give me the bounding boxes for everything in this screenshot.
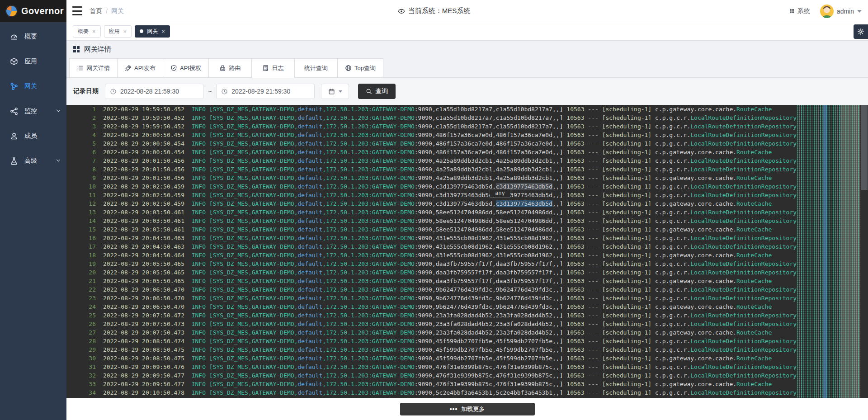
rocket-icon xyxy=(125,65,132,71)
log-line: 202022-08-29 20:05:50.465 INFO [SYS_DZ_M… xyxy=(66,268,868,277)
eye-icon xyxy=(398,8,405,15)
sidebar-item-member[interactable]: 成员 xyxy=(0,123,66,148)
avatar xyxy=(820,5,834,18)
calendar-icon xyxy=(328,88,335,95)
tab-auth[interactable]: API授权 xyxy=(163,58,209,78)
advanced-icon xyxy=(10,157,18,165)
close-icon[interactable]: × xyxy=(123,28,127,34)
gear-icon xyxy=(857,28,864,35)
scrollbar-thumb[interactable] xyxy=(861,105,868,190)
log-line: 182022-08-29 20:04:50.464 INFO [SYS_DZ_M… xyxy=(66,251,868,260)
caret-down-icon xyxy=(339,90,342,93)
monitor-icon xyxy=(10,107,18,115)
settings-gear-button[interactable] xyxy=(854,24,868,39)
start-date-input[interactable] xyxy=(105,84,203,99)
detail-tabs: 网关详情 API发布 API授权 路由 日志 统计查询 Top查询 xyxy=(66,58,868,78)
search-button[interactable]: 查询 xyxy=(358,84,396,99)
log-line: 332022-08-29 20:09:50.477 INFO [SYS_DZ_M… xyxy=(66,380,868,388)
breadcrumb-separator: / xyxy=(106,8,108,15)
log-line: 102022-08-29 20:02:50.459 INFO [SYS_DZ_M… xyxy=(66,182,868,191)
tab-log[interactable]: 日志 xyxy=(252,58,295,78)
sidebar-item-gateway[interactable]: 网关 xyxy=(0,74,66,99)
section-title-row: 网关详情 xyxy=(66,41,868,58)
dashboard-icon xyxy=(10,33,18,41)
log-line: 272022-08-29 20:07:50.473 INFO [SYS_DZ_M… xyxy=(66,328,868,337)
globe-icon xyxy=(345,65,352,71)
user-name: admin xyxy=(837,8,854,15)
log-line: 72022-08-29 20:01:50.456 INFO [SYS_DZ_ME… xyxy=(66,156,868,165)
open-tab-chip-overview[interactable]: 概要 × xyxy=(73,25,101,38)
log-line: 342022-08-29 20:10:50.478 INFO [SYS_DZ_M… xyxy=(66,388,868,397)
log-line: 222022-08-29 20:06:50.470 INFO [SYS_DZ_M… xyxy=(66,285,868,294)
member-icon xyxy=(10,132,18,140)
tab-detail[interactable]: 网关详情 xyxy=(69,58,118,78)
log-line: 162022-08-29 20:04:50.463 INFO [SYS_DZ_M… xyxy=(66,234,868,242)
search-icon xyxy=(366,88,372,94)
app-icon xyxy=(10,57,18,66)
log-icon xyxy=(262,65,269,71)
user-menu-button[interactable]: admin xyxy=(820,5,862,18)
log-line: 152022-08-29 20:03:50.461 INFO [SYS_DZ_M… xyxy=(66,225,868,234)
system-menu-button[interactable]: 系统 xyxy=(789,7,810,15)
close-icon[interactable]: × xyxy=(161,28,165,34)
breadcrumb-current: 网关 xyxy=(111,7,124,15)
clock-icon xyxy=(221,88,228,95)
sidebar-item-monitor[interactable]: 监控 xyxy=(0,99,66,123)
open-tab-chip-gateway[interactable]: 网关 × xyxy=(135,25,170,38)
start-date-value[interactable] xyxy=(120,88,198,95)
log-line: 322022-08-29 20:09:50.477 INFO [SYS_DZ_M… xyxy=(66,371,868,380)
log-line: 92022-08-29 20:01:50.456 INFO [SYS_DZ_ME… xyxy=(66,174,868,182)
log-line: 282022-08-29 20:08:50.474 INFO [SYS_DZ_M… xyxy=(66,337,868,345)
editor-tooltip: any xyxy=(490,189,510,198)
vertical-scrollbar[interactable] xyxy=(860,105,868,398)
tab-route[interactable]: 路由 xyxy=(209,58,252,78)
app-root: Governor 首页 / 网关 当前系统：MES系统 系统 admin xyxy=(0,0,868,420)
sidebar-item-advanced[interactable]: 高级 xyxy=(0,148,66,173)
log-line: 32022-08-29 19:59:50.452 INFO [SYS_DZ_ME… xyxy=(66,122,868,131)
logo-text: Governor xyxy=(21,6,64,16)
log-viewer: 12022-08-29 19:59:50.452 INFO [SYS_DZ_ME… xyxy=(66,105,868,398)
log-lines[interactable]: 12022-08-29 19:59:50.452 INFO [SYS_DZ_ME… xyxy=(66,105,868,398)
route-icon xyxy=(219,65,226,71)
active-dot xyxy=(140,29,143,33)
load-more-button[interactable]: ••• 加载更多 xyxy=(400,403,535,415)
date-preset-dropdown[interactable] xyxy=(321,84,349,99)
header-right: 系统 admin xyxy=(789,0,862,22)
main-area: 概要 × 应用 × 网关 × 网关详情 网关详情 API发布 API授权 路由 xyxy=(66,22,868,420)
date-range-label: 记录日期 xyxy=(73,87,99,95)
tab-stats[interactable]: 统计查询 xyxy=(295,58,338,78)
chevron-down-icon xyxy=(56,158,61,163)
page-title: 网关详情 xyxy=(84,45,111,54)
logo: Governor xyxy=(0,0,66,22)
sidebar-item-overview[interactable]: 概要 xyxy=(0,24,66,49)
log-line: 312022-08-29 20:09:50.476 INFO [SYS_DZ_M… xyxy=(66,363,868,371)
end-date-value[interactable] xyxy=(231,88,310,95)
tab-top[interactable]: Top查询 xyxy=(338,58,383,78)
log-line: 242022-08-29 20:06:50.470 INFO [SYS_DZ_M… xyxy=(66,302,868,311)
end-date-input[interactable] xyxy=(216,84,315,99)
close-icon[interactable]: × xyxy=(92,28,96,34)
top-header: Governor 首页 / 网关 当前系统：MES系统 系统 admin xyxy=(0,0,868,22)
breadcrumb-home[interactable]: 首页 xyxy=(90,7,102,15)
list-icon xyxy=(77,65,84,71)
grid-icon xyxy=(73,46,80,52)
log-line: 82022-08-29 20:01:50.456 INFO [SYS_DZ_ME… xyxy=(66,165,868,174)
ellipsis-icon: ••• xyxy=(450,407,458,411)
open-tab-chip-app[interactable]: 应用 × xyxy=(104,25,132,38)
log-line: 192022-08-29 20:05:50.465 INFO [SYS_DZ_M… xyxy=(66,260,868,268)
log-line: 22022-08-29 19:59:50.452 INFO [SYS_DZ_ME… xyxy=(66,113,868,122)
log-line: 172022-08-29 20:04:50.463 INFO [SYS_DZ_M… xyxy=(66,242,868,251)
log-line: 132022-08-29 20:03:50.461 INFO [SYS_DZ_M… xyxy=(66,208,868,217)
log-line: 42022-08-29 20:00:50.454 INFO [SYS_DZ_ME… xyxy=(66,131,868,139)
log-line: 142022-08-29 20:03:50.461 INFO [SYS_DZ_M… xyxy=(66,217,868,225)
open-tabs-bar: 概要 × 应用 × 网关 × xyxy=(66,22,868,41)
tab-publish[interactable]: API发布 xyxy=(118,58,163,78)
hamburger-icon[interactable] xyxy=(72,6,82,15)
minimap[interactable] xyxy=(797,105,860,398)
log-line: 252022-08-29 20:07:50.472 INFO [SYS_DZ_M… xyxy=(66,311,868,320)
sidebar-item-app[interactable]: 应用 xyxy=(0,49,66,74)
caret-down-icon xyxy=(857,10,862,13)
range-separator: ~ xyxy=(208,88,212,95)
log-line: 112022-08-29 20:02:50.459 INFO [SYS_DZ_M… xyxy=(66,191,868,199)
log-line: 292022-08-29 20:08:50.475 INFO [SYS_DZ_M… xyxy=(66,345,868,354)
